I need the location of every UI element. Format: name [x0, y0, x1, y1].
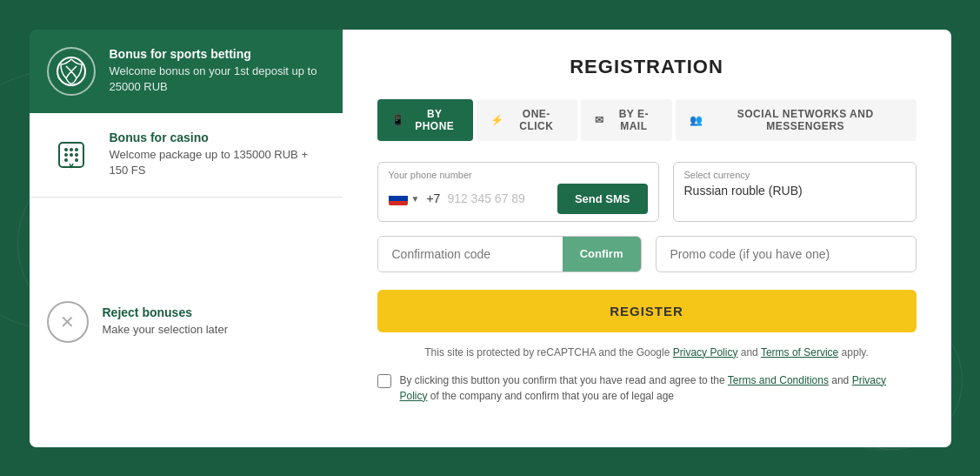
tab-phone[interactable]: 📱 BY PHONE [377, 99, 474, 141]
country-selector[interactable]: ▼ [389, 191, 420, 205]
svg-point-8 [64, 158, 68, 162]
terms-checkbox[interactable] [377, 374, 391, 388]
tab-social[interactable]: 👥 SOCIAL NETWORKS AND MESSENGERS [676, 99, 916, 141]
casino-bonus-info: Bonus for casino Welcome package up to 1… [110, 131, 325, 178]
bonus-sports-card[interactable]: Bonus for sports betting Welcome bonus o… [30, 30, 343, 113]
reject-desc: Make your selection later [103, 322, 325, 338]
privacy-policy-link[interactable]: Privacy Policy [673, 346, 738, 359]
form-title: REGISTRATION [377, 56, 917, 78]
social-tab-label: SOCIAL NETWORKS AND MESSENGERS [709, 108, 903, 132]
registration-tabs: 📱 BY PHONE ⚡ ONE-CLICK ✉ BY E-MAIL 👥 SOC… [377, 99, 917, 141]
registration-panel: REGISTRATION 📱 BY PHONE ⚡ ONE-CLICK ✉ BY… [343, 30, 951, 447]
main-container: Bonus for sports betting Welcome bonus o… [30, 30, 951, 447]
casino-bonus-desc: Welcome package up to 135000 RUB + 150 F… [110, 147, 325, 178]
terms-conditions-link[interactable]: Terms and Conditions [728, 374, 829, 386]
phone-country-code: +7 [426, 191, 440, 205]
phone-input-row: ▼ +7 912 345 67 89 Send SMS [389, 184, 648, 214]
confirmation-code-group: Confirm [377, 236, 642, 272]
send-sms-button[interactable]: Send SMS [557, 184, 648, 214]
chevron-down-icon: ▼ [411, 194, 420, 204]
phone-number-placeholder[interactable]: 912 345 67 89 [447, 191, 550, 205]
svg-point-7 [75, 153, 78, 157]
confirmation-code-input[interactable] [378, 237, 563, 272]
recaptcha-and: and [741, 346, 758, 359]
bonus-casino-card[interactable]: Bonus for casino Welcome package up to 1… [30, 113, 343, 197]
svg-point-2 [64, 148, 68, 151]
tab-oneclick[interactable]: ⚡ ONE-CLICK [477, 99, 577, 141]
terms-row: By clicking this button you confirm that… [377, 372, 917, 404]
svg-point-9 [75, 158, 78, 162]
phone-tab-icon: 📱 [391, 114, 405, 126]
currency-wrapper: Russian rouble (RUB) USD EUR [684, 184, 905, 198]
terms-and: and [831, 374, 849, 386]
confirm-button[interactable]: Confirm [563, 237, 641, 272]
tab-email[interactable]: ✉ BY E-MAIL [581, 99, 673, 141]
email-tab-label: BY E-MAIL [609, 108, 658, 132]
reject-bonus-card[interactable]: ✕ Reject bonuses Make your selection lat… [30, 197, 343, 447]
promo-code-input[interactable] [656, 236, 917, 272]
svg-point-3 [70, 148, 73, 151]
recaptcha-text: This site is protected by reCAPTCHA and … [424, 346, 670, 359]
terms-suffix: of the company and confirm that you are … [430, 390, 674, 402]
currency-field-group: Select currency Russian rouble (RUB) USD… [673, 162, 917, 222]
left-panel: Bonus for sports betting Welcome bonus o… [30, 30, 343, 447]
casino-icon [47, 131, 96, 179]
terms-text: By clicking this button you confirm that… [400, 372, 917, 404]
phone-tab-label: BY PHONE [410, 108, 459, 132]
oneclick-tab-icon: ⚡ [490, 114, 504, 126]
email-tab-icon: ✉ [595, 114, 604, 126]
currency-select[interactable]: Russian rouble (RUB) USD EUR [684, 184, 905, 198]
recaptcha-apply: apply. [842, 346, 869, 359]
reject-info: Reject bonuses Make your selection later [103, 305, 325, 338]
register-button[interactable]: REGISTER [377, 290, 917, 332]
sports-icon [47, 47, 96, 96]
currency-label: Select currency [684, 170, 905, 180]
svg-point-5 [64, 153, 68, 157]
confirmation-row: Confirm [377, 236, 917, 272]
casino-bonus-title: Bonus for casino [110, 131, 325, 144]
social-tab-icon: 👥 [690, 114, 703, 126]
reject-title: Reject bonuses [103, 305, 325, 319]
terms-of-service-link[interactable]: Terms of Service [761, 346, 838, 359]
reject-icon: ✕ [47, 301, 89, 343]
oneclick-tab-label: ONE-CLICK [510, 108, 563, 132]
sports-bonus-desc: Welcome bonus on your 1st deposit up to … [110, 64, 325, 95]
sports-bonus-info: Bonus for sports betting Welcome bonus o… [110, 47, 325, 95]
russia-flag [389, 191, 408, 205]
phone-label: Your phone number [389, 170, 648, 180]
phone-field-group: Your phone number ▼ +7 912 345 67 89 Sen… [377, 162, 659, 222]
phone-currency-row: Your phone number ▼ +7 912 345 67 89 Sen… [377, 162, 917, 222]
svg-point-4 [75, 148, 78, 151]
recaptcha-notice: This site is protected by reCAPTCHA and … [377, 346, 917, 359]
sports-bonus-title: Bonus for sports betting [110, 47, 325, 61]
terms-prefix: By clicking this button you confirm that… [400, 374, 725, 386]
svg-point-6 [70, 153, 73, 157]
